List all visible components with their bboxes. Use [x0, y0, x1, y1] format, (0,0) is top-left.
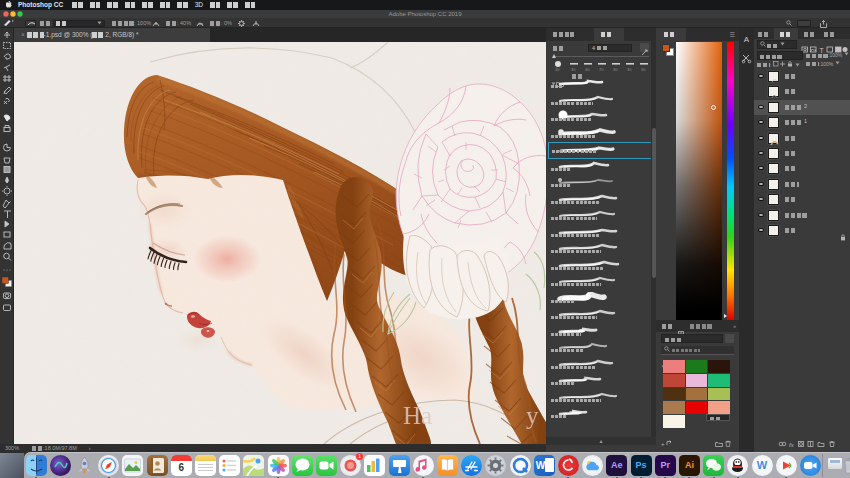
svg-text:30: 30 — [555, 67, 560, 72]
svg-text:30: 30 — [627, 67, 632, 72]
svg-text:fx: fx — [789, 442, 795, 448]
svg-text:30: 30 — [613, 67, 618, 72]
svg-text:40: 40 — [585, 67, 590, 72]
svg-text:30: 30 — [571, 67, 576, 72]
svg-text:70: 70 — [599, 67, 604, 72]
svg-text:30: 30 — [641, 67, 646, 72]
